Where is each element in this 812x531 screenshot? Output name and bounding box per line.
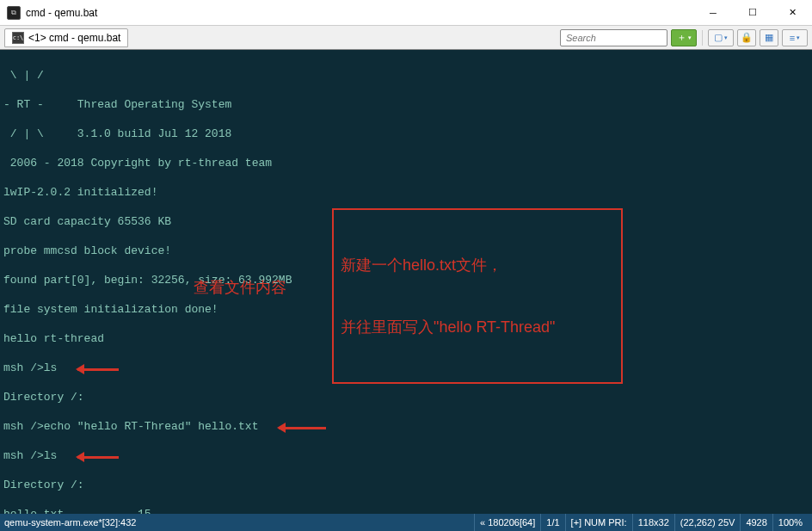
window-title: cmd - qemu.bat [26,7,97,19]
status-item: 4928 [740,514,772,531]
tabbar: c:\ <1> cmd - qemu.bat ＋ ▢ 🔒 ▦ ≡ [0,26,812,50]
cmd-icon: c:\ [12,32,24,44]
status-item: 100% [772,514,808,531]
new-tab-button[interactable]: ＋ [671,29,697,46]
app-icon: ⧉ [7,6,21,20]
separator [702,30,703,46]
terminal[interactable]: \ | / - RT - Thread Operating System / |… [0,50,812,514]
close-button[interactable]: ✕ [772,0,812,25]
annotation-text: 查看文件内容 [194,281,286,295]
window-controls: ─ ☐ ✕ [693,0,812,25]
terminal-line: 2006 - 2018 Copyright by rt-thread team [3,156,809,170]
statusbar: qemu-system-arm.exe*[32]:432 « 180206[64… [0,514,812,531]
terminal-line: msh />ls [3,448,809,463]
status-item: (22,262) 25V [674,514,741,531]
terminal-line: Directory /: [3,390,809,404]
status-left: qemu-system-arm.exe*[32]:432 [4,517,474,528]
terminal-line: hello.txt 15 [3,507,809,514]
terminal-line: lwIP-2.0.2 initialized! [3,185,809,200]
terminal-line: \ | / [3,68,809,83]
terminal-line: Directory /: [3,478,809,492]
annotation-box: 新建一个hello.txt文件， 并往里面写入"hello RT-Thread" [332,208,623,384]
lock-button[interactable]: 🔒 [737,29,756,46]
terminal-line: msh />echo "hello RT-Thread" hello.txt [3,419,809,434]
layout-button[interactable]: ▦ [760,29,778,46]
annotation-line1: 新建一个hello.txt文件， [341,255,614,275]
terminal-line: - RT - Thread Operating System [3,97,809,112]
minimize-button[interactable]: ─ [693,0,733,25]
menu-button[interactable]: ≡ [782,29,808,46]
status-item: 1/1 [540,514,564,531]
status-item: [+] NUM PRI: [565,514,632,531]
toolbar-right: ＋ ▢ 🔒 ▦ ≡ [560,29,808,46]
annotation-line2: 并往里面写入"hello RT-Thread" [341,317,614,337]
window-mode-button[interactable]: ▢ [708,29,734,46]
search-input[interactable] [560,29,667,46]
tab-label: <1> cmd - qemu.bat [28,32,120,44]
terminal-line: / | \ 3.1.0 build Jul 12 2018 [3,127,809,141]
titlebar: ⧉ cmd - qemu.bat ─ ☐ ✕ [0,0,812,26]
tab-active[interactable]: c:\ <1> cmd - qemu.bat [4,28,128,47]
maximize-button[interactable]: ☐ [733,0,772,25]
status-item: 118x32 [632,514,674,531]
status-item[interactable]: « 180206[64] [474,514,540,531]
